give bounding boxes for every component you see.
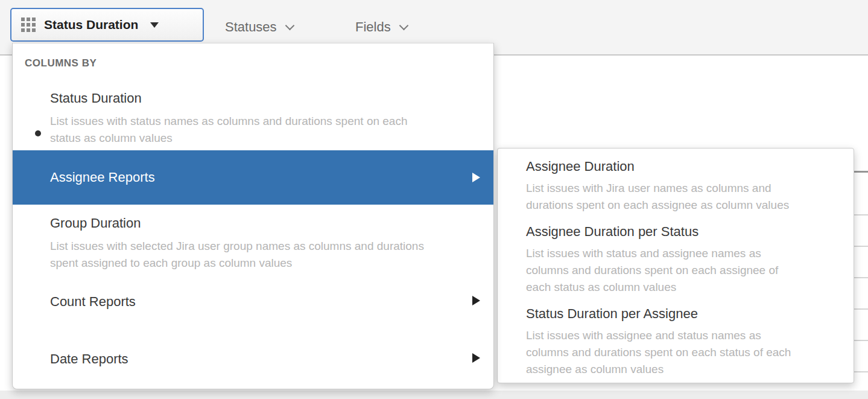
table-row-divider xyxy=(853,371,868,372)
menu-section-label: COLUMNS BY xyxy=(25,57,97,69)
submenu-item-description: List issues with Jira user names as colu… xyxy=(498,180,805,214)
table-row-divider xyxy=(853,277,868,278)
menu-item-count-reports[interactable]: Count Reports xyxy=(13,287,493,325)
background-table-strip xyxy=(853,57,868,391)
chevron-down-icon xyxy=(285,21,294,30)
table-header-divider xyxy=(853,171,868,173)
submenu-arrow-icon xyxy=(472,353,480,363)
submenu-item-status-duration-per-assignee[interactable]: Status Duration per Assignee List issues… xyxy=(498,296,854,384)
statuses-label: Statuses xyxy=(225,19,277,35)
grid-icon xyxy=(21,18,36,32)
submenu-item-title: Status Duration per Assignee xyxy=(498,296,854,322)
submenu-item-description: List issues with assignee and status nam… xyxy=(498,327,805,378)
columns-by-menu: COLUMNS BY Status Duration List issues w… xyxy=(12,43,494,389)
menu-item-title: Date Reports xyxy=(13,345,493,368)
selected-radio-icon xyxy=(35,130,41,136)
chevron-down-icon xyxy=(399,21,408,30)
table-row-divider xyxy=(853,308,868,310)
submenu-item-title: Assignee Duration per Status xyxy=(498,214,854,240)
page-bottom-strip xyxy=(0,391,868,399)
menu-item-title: Count Reports xyxy=(13,287,493,310)
table-row-divider xyxy=(853,214,868,215)
submenu-item-title: Assignee Duration xyxy=(498,148,854,175)
submenu-item-assignee-duration-per-status[interactable]: Assignee Duration per Status List issues… xyxy=(498,214,854,296)
submenu-arrow-icon xyxy=(472,296,480,305)
fields-label: Fields xyxy=(355,19,391,35)
menu-item-description: List issues with selected Jira user grou… xyxy=(13,238,430,272)
menu-item-date-reports[interactable]: Date Reports xyxy=(13,345,493,382)
submenu-item-description: List issues with status and assignee nam… xyxy=(498,245,805,296)
screen: Status Duration Statuses Fields COLUMNS … xyxy=(0,0,868,399)
menu-item-group-duration[interactable]: Group Duration List issues with selected… xyxy=(13,211,493,284)
report-view-button-label: Status Duration xyxy=(44,18,138,32)
menu-item-status-duration[interactable]: Status Duration List issues with status … xyxy=(13,80,493,151)
report-view-button[interactable]: Status Duration xyxy=(10,8,204,42)
menu-item-assignee-reports[interactable]: Assignee Reports xyxy=(13,150,493,205)
submenu-item-assignee-duration[interactable]: Assignee Duration List issues with Jira … xyxy=(498,148,854,214)
menu-item-title: Assignee Reports xyxy=(13,169,155,186)
menu-item-title: Status Duration xyxy=(13,80,493,107)
menu-item-title: Group Duration xyxy=(13,211,493,232)
assignee-reports-submenu: Assignee Duration List issues with Jira … xyxy=(497,148,854,383)
table-row-divider xyxy=(853,246,868,247)
menu-item-description: List issues with status names as columns… xyxy=(13,113,430,147)
table-row-divider xyxy=(853,340,868,341)
submenu-arrow-icon xyxy=(472,173,480,182)
caret-down-icon xyxy=(150,22,159,28)
